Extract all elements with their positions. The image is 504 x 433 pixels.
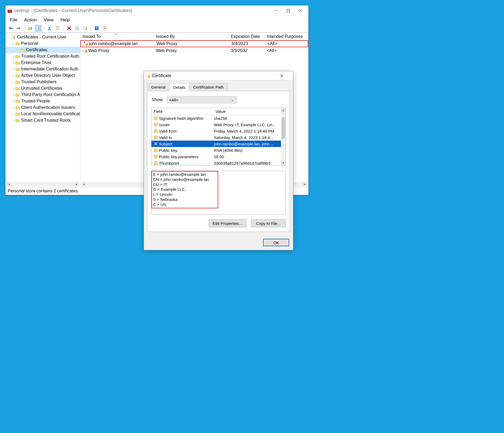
column-issued-to[interactable]: Issued To xyxy=(80,33,154,40)
field-detail-box[interactable]: E = john.rambo@example.lan CN = john.ram… xyxy=(151,171,286,214)
dialog-close-button[interactable] xyxy=(280,74,291,77)
tree-item[interactable]: ›Trusted Root Certification Auth xyxy=(6,53,80,59)
tree-root[interactable]: Certificates - Current User xyxy=(6,34,80,40)
tree-item[interactable]: ›Trusted People xyxy=(6,98,80,104)
field-value: john.rambo@example.lan, john.... xyxy=(214,142,281,146)
expand-icon[interactable]: › xyxy=(11,61,15,64)
expand-icon[interactable]: › xyxy=(11,80,15,84)
expand-icon[interactable]: › xyxy=(11,112,15,116)
tree-item[interactable]: ›Client Authentication Issuers xyxy=(6,104,80,111)
expand-icon[interactable]: › xyxy=(11,119,15,122)
tab-details[interactable]: Details xyxy=(169,83,189,91)
tree-item-label: Smart Card Trusted Roots xyxy=(21,118,71,123)
scroll-left-icon[interactable]: ◄ xyxy=(81,182,86,186)
edit-properties-button[interactable]: Edit Properties... xyxy=(209,219,246,227)
scroll-right-icon[interactable]: ► xyxy=(75,182,79,186)
tree-item[interactable]: ›Untrusted Certificates xyxy=(6,85,80,92)
tab-certification-path[interactable]: Certification Path xyxy=(189,83,228,91)
field-row[interactable]: Thumbprint53b636a81267a98d1d7caf89b3 xyxy=(151,160,281,165)
column-field[interactable]: Field xyxy=(151,108,213,115)
fields-vertical-scrollbar[interactable]: ▲ ▼ xyxy=(281,108,286,165)
refresh-button[interactable] xyxy=(101,25,108,32)
menu-file[interactable]: File xyxy=(9,17,18,23)
dialog-titlebar[interactable]: Certificate xyxy=(144,71,293,80)
svg-marker-41 xyxy=(15,74,20,77)
menu-action[interactable]: Action xyxy=(23,17,38,23)
tree-certificates[interactable]: Certificates xyxy=(6,47,80,53)
certificate-row[interactable]: Web ProxyWeb Proxy3/3/2032<All> xyxy=(80,47,308,54)
field-row[interactable]: Valid fromFriday, March 4, 2022 1:18:46 … xyxy=(151,128,281,134)
tree-item[interactable]: ›Local NonRemovable Certificat xyxy=(6,111,80,117)
tree-item[interactable]: ›Smart Card Trusted Roots xyxy=(6,117,80,124)
copy-button[interactable] xyxy=(54,25,61,32)
field-value: sha256 xyxy=(214,116,281,121)
copy-to-file-button[interactable]: Copy to File... xyxy=(251,219,286,227)
scroll-left-icon[interactable]: ◄ xyxy=(7,182,11,186)
show-dropdown[interactable]: <All> ⌄ xyxy=(167,96,237,104)
expand-icon[interactable]: › xyxy=(11,100,15,103)
back-button[interactable] xyxy=(7,25,14,32)
field-row[interactable]: Subjectjohn.rambo@example.lan, john.... xyxy=(151,141,281,147)
titlebar[interactable]: certmgr - [Certificates - Current User\P… xyxy=(6,6,308,16)
expand-icon[interactable]: ⌄ xyxy=(11,42,15,45)
column-issued-by[interactable]: Issued By xyxy=(154,33,229,40)
folder-icon xyxy=(15,99,20,103)
folder-icon xyxy=(15,67,20,71)
tab-general[interactable]: General xyxy=(147,83,169,91)
column-expiration[interactable]: Expiration Date xyxy=(229,33,265,40)
expand-icon[interactable]: › xyxy=(11,55,15,58)
svg-rect-3 xyxy=(287,9,290,12)
delete-button[interactable] xyxy=(66,25,73,32)
svg-marker-45 xyxy=(15,100,20,103)
property-icon xyxy=(153,155,158,158)
tree-item[interactable]: ›Third-Party Root Certification A xyxy=(6,92,80,98)
folder-open-icon xyxy=(20,48,25,52)
expand-icon[interactable]: › xyxy=(11,74,15,77)
tree-item[interactable]: ›Active Directory User Object xyxy=(6,72,80,79)
tree-certificates-label: Certificates xyxy=(26,47,47,52)
field-row[interactable]: Public keyRSA (4096 Bits) xyxy=(151,147,281,153)
close-button[interactable] xyxy=(294,6,307,15)
expand-icon[interactable]: › xyxy=(11,67,15,71)
show-tree-button[interactable] xyxy=(35,25,42,32)
export-button[interactable] xyxy=(82,25,89,32)
expand-icon[interactable]: › xyxy=(11,87,15,90)
field-row[interactable]: Valid toSaturday, March 4, 2023 1:18:4..… xyxy=(151,134,281,141)
scrollbar-thumb[interactable] xyxy=(282,117,285,139)
field-row[interactable]: Public key parameters05 00 xyxy=(151,153,281,160)
column-purposes[interactable]: Intended Purposes xyxy=(265,33,308,40)
tree-item[interactable]: ›Enterprise Trust xyxy=(6,59,80,66)
cut-button[interactable] xyxy=(46,25,53,32)
expand-icon[interactable]: › xyxy=(11,93,15,96)
ok-button[interactable]: OK xyxy=(263,239,289,246)
forward-button[interactable] xyxy=(15,25,22,32)
svg-marker-39 xyxy=(15,62,20,65)
minimize-button[interactable] xyxy=(270,6,282,15)
svg-marker-46 xyxy=(15,106,20,109)
tree-item-label: Enterprise Trust xyxy=(21,60,51,65)
properties-button[interactable] xyxy=(74,25,81,32)
tree-personal[interactable]: ⌄ Personal xyxy=(6,40,80,47)
certificate-row[interactable]: john.rambo@example.lanWeb Proxy3/4/2023<… xyxy=(80,40,308,47)
expand-icon[interactable]: › xyxy=(11,106,15,109)
field-label: Valid from xyxy=(159,129,214,133)
sort-indicator-icon: ▴ xyxy=(115,33,117,36)
field-row[interactable]: Signature hash algorithmsha256 xyxy=(151,115,281,121)
help-button[interactable]: ? xyxy=(93,25,100,32)
maximize-button[interactable] xyxy=(282,6,294,15)
tree-item[interactable]: ›Trusted Publishers xyxy=(6,79,80,85)
up-folder-button[interactable] xyxy=(27,25,34,32)
field-row[interactable]: IssuerWeb Proxy, IT, Example LLC, Lin... xyxy=(151,121,281,128)
tree-horizontal-scrollbar[interactable]: ◄ ► xyxy=(7,182,79,186)
tree-item-label: Active Directory User Object xyxy=(21,73,75,78)
folder-icon xyxy=(15,118,20,122)
scroll-down-icon[interactable]: ▼ xyxy=(281,161,286,165)
scroll-up-icon[interactable]: ▲ xyxy=(281,108,286,113)
column-value[interactable]: Value xyxy=(213,108,281,115)
menu-help[interactable]: Help xyxy=(59,17,71,23)
property-icon xyxy=(153,142,158,146)
tree-item[interactable]: ›Intermediate Certification Auth xyxy=(6,66,80,72)
menu-view[interactable]: View xyxy=(43,17,55,23)
tree-item-label: Trusted Publishers xyxy=(21,80,57,84)
scroll-right-icon[interactable]: ► xyxy=(303,182,307,186)
